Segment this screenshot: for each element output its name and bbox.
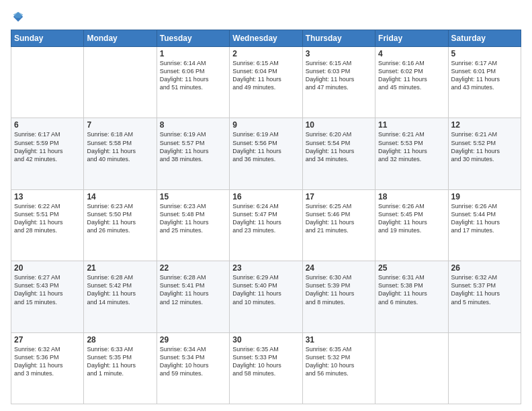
day-info: Sunrise: 6:21 AM Sunset: 5:53 PM Dayligh…	[378, 130, 445, 163]
calendar-cell: 30Sunrise: 6:35 AM Sunset: 5:33 PM Dayli…	[230, 332, 302, 404]
calendar-cell: 22Sunrise: 6:28 AM Sunset: 5:41 PM Dayli…	[157, 261, 229, 332]
day-number: 5	[451, 49, 518, 58]
day-info: Sunrise: 6:19 AM Sunset: 5:56 PM Dayligh…	[232, 130, 299, 163]
day-info: Sunrise: 6:31 AM Sunset: 5:38 PM Dayligh…	[378, 273, 445, 306]
day-number: 19	[451, 192, 518, 201]
calendar-cell: 5Sunrise: 6:17 AM Sunset: 6:01 PM Daylig…	[448, 47, 521, 118]
calendar-cell: 4Sunrise: 6:16 AM Sunset: 6:02 PM Daylig…	[375, 47, 448, 118]
weekday-header: Wednesday	[230, 30, 302, 47]
header	[11, 11, 521, 23]
day-info: Sunrise: 6:19 AM Sunset: 5:57 PM Dayligh…	[160, 130, 226, 163]
calendar-week-row: 27Sunrise: 6:32 AM Sunset: 5:36 PM Dayli…	[11, 332, 521, 404]
day-info: Sunrise: 6:35 AM Sunset: 5:32 PM Dayligh…	[306, 345, 372, 378]
calendar-cell: 6Sunrise: 6:17 AM Sunset: 5:59 PM Daylig…	[11, 118, 84, 189]
day-info: Sunrise: 6:14 AM Sunset: 6:06 PM Dayligh…	[160, 59, 226, 92]
day-number: 14	[87, 192, 153, 201]
calendar-cell: 10Sunrise: 6:20 AM Sunset: 5:54 PM Dayli…	[302, 118, 375, 189]
day-info: Sunrise: 6:16 AM Sunset: 6:02 PM Dayligh…	[378, 59, 445, 92]
day-number: 10	[306, 120, 372, 130]
calendar-cell: 23Sunrise: 6:29 AM Sunset: 5:40 PM Dayli…	[230, 261, 302, 332]
day-info: Sunrise: 6:27 AM Sunset: 5:43 PM Dayligh…	[14, 273, 81, 306]
calendar-cell: 7Sunrise: 6:18 AM Sunset: 5:58 PM Daylig…	[84, 118, 157, 189]
day-number: 2	[232, 49, 299, 58]
calendar-cell: 2Sunrise: 6:15 AM Sunset: 6:04 PM Daylig…	[230, 47, 302, 118]
calendar-week-row: 6Sunrise: 6:17 AM Sunset: 5:59 PM Daylig…	[11, 118, 521, 189]
day-number: 16	[232, 192, 299, 201]
weekday-header: Thursday	[302, 30, 375, 47]
calendar-cell: 20Sunrise: 6:27 AM Sunset: 5:43 PM Dayli…	[11, 261, 84, 332]
day-info: Sunrise: 6:20 AM Sunset: 5:54 PM Dayligh…	[306, 130, 372, 163]
day-info: Sunrise: 6:24 AM Sunset: 5:47 PM Dayligh…	[232, 202, 299, 235]
calendar-cell: 26Sunrise: 6:32 AM Sunset: 5:37 PM Dayli…	[448, 261, 521, 332]
calendar-cell: 8Sunrise: 6:19 AM Sunset: 5:57 PM Daylig…	[157, 118, 229, 189]
day-info: Sunrise: 6:35 AM Sunset: 5:33 PM Dayligh…	[232, 345, 299, 378]
calendar-cell: 29Sunrise: 6:34 AM Sunset: 5:34 PM Dayli…	[157, 332, 229, 404]
weekday-header: Monday	[84, 30, 157, 47]
day-info: Sunrise: 6:15 AM Sunset: 6:04 PM Dayligh…	[232, 59, 299, 92]
day-number: 12	[451, 120, 518, 130]
day-info: Sunrise: 6:18 AM Sunset: 5:58 PM Dayligh…	[87, 130, 153, 163]
calendar-week-row: 1Sunrise: 6:14 AM Sunset: 6:06 PM Daylig…	[11, 47, 521, 118]
calendar-cell: 16Sunrise: 6:24 AM Sunset: 5:47 PM Dayli…	[230, 189, 302, 261]
day-info: Sunrise: 6:30 AM Sunset: 5:39 PM Dayligh…	[306, 273, 372, 306]
calendar-header-row: SundayMondayTuesdayWednesdayThursdayFrid…	[11, 30, 521, 47]
day-info: Sunrise: 6:33 AM Sunset: 5:35 PM Dayligh…	[87, 345, 153, 378]
calendar-cell: 15Sunrise: 6:23 AM Sunset: 5:48 PM Dayli…	[157, 189, 229, 261]
day-number: 28	[87, 335, 153, 345]
page: SundayMondayTuesdayWednesdayThursdayFrid…	[0, 0, 532, 411]
day-number: 9	[232, 120, 299, 130]
day-info: Sunrise: 6:17 AM Sunset: 6:01 PM Dayligh…	[451, 59, 518, 92]
day-number: 20	[14, 263, 81, 273]
day-info: Sunrise: 6:26 AM Sunset: 5:44 PM Dayligh…	[451, 202, 518, 235]
weekday-header: Saturday	[448, 30, 521, 47]
day-info: Sunrise: 6:17 AM Sunset: 5:59 PM Dayligh…	[14, 130, 81, 163]
weekday-header: Sunday	[11, 30, 84, 47]
day-info: Sunrise: 6:32 AM Sunset: 5:37 PM Dayligh…	[451, 273, 518, 306]
weekday-header: Tuesday	[157, 30, 229, 47]
day-number: 4	[378, 49, 445, 58]
calendar-cell	[448, 332, 521, 404]
day-info: Sunrise: 6:15 AM Sunset: 6:03 PM Dayligh…	[306, 59, 372, 92]
day-number: 3	[306, 49, 372, 58]
day-info: Sunrise: 6:28 AM Sunset: 5:41 PM Dayligh…	[160, 273, 226, 306]
day-number: 21	[87, 263, 153, 273]
day-number: 6	[14, 120, 81, 130]
calendar-cell: 3Sunrise: 6:15 AM Sunset: 6:03 PM Daylig…	[302, 47, 375, 118]
day-info: Sunrise: 6:21 AM Sunset: 5:52 PM Dayligh…	[451, 130, 518, 163]
calendar-cell: 25Sunrise: 6:31 AM Sunset: 5:38 PM Dayli…	[375, 261, 448, 332]
day-number: 23	[232, 263, 299, 273]
day-number: 25	[378, 263, 445, 273]
weekday-header: Friday	[375, 30, 448, 47]
calendar-cell: 17Sunrise: 6:25 AM Sunset: 5:46 PM Dayli…	[302, 189, 375, 261]
day-number: 31	[306, 335, 372, 345]
logo	[11, 11, 24, 23]
day-number: 24	[306, 263, 372, 273]
calendar-week-row: 20Sunrise: 6:27 AM Sunset: 5:43 PM Dayli…	[11, 261, 521, 332]
calendar-cell: 28Sunrise: 6:33 AM Sunset: 5:35 PM Dayli…	[84, 332, 157, 404]
day-info: Sunrise: 6:23 AM Sunset: 5:50 PM Dayligh…	[87, 202, 153, 235]
calendar-cell	[11, 47, 84, 118]
calendar-cell: 11Sunrise: 6:21 AM Sunset: 5:53 PM Dayli…	[375, 118, 448, 189]
day-number: 7	[87, 120, 153, 130]
day-number: 8	[160, 120, 226, 130]
day-number: 22	[160, 263, 226, 273]
calendar-cell: 13Sunrise: 6:22 AM Sunset: 5:51 PM Dayli…	[11, 189, 84, 261]
day-number: 29	[160, 335, 226, 345]
day-number: 18	[378, 192, 445, 201]
day-info: Sunrise: 6:28 AM Sunset: 5:42 PM Dayligh…	[87, 273, 153, 306]
day-info: Sunrise: 6:25 AM Sunset: 5:46 PM Dayligh…	[306, 202, 372, 235]
calendar-cell: 24Sunrise: 6:30 AM Sunset: 5:39 PM Dayli…	[302, 261, 375, 332]
day-info: Sunrise: 6:32 AM Sunset: 5:36 PM Dayligh…	[14, 345, 81, 378]
day-number: 13	[14, 192, 81, 201]
calendar-cell: 12Sunrise: 6:21 AM Sunset: 5:52 PM Dayli…	[448, 118, 521, 189]
day-number: 11	[378, 120, 445, 130]
calendar-cell: 21Sunrise: 6:28 AM Sunset: 5:42 PM Dayli…	[84, 261, 157, 332]
calendar-cell: 27Sunrise: 6:32 AM Sunset: 5:36 PM Dayli…	[11, 332, 84, 404]
day-number: 26	[451, 263, 518, 273]
day-number: 30	[232, 335, 299, 345]
calendar-cell: 14Sunrise: 6:23 AM Sunset: 5:50 PM Dayli…	[84, 189, 157, 261]
calendar-cell: 9Sunrise: 6:19 AM Sunset: 5:56 PM Daylig…	[230, 118, 302, 189]
calendar-cell: 19Sunrise: 6:26 AM Sunset: 5:44 PM Dayli…	[448, 189, 521, 261]
calendar-cell: 31Sunrise: 6:35 AM Sunset: 5:32 PM Dayli…	[302, 332, 375, 404]
calendar-cell: 1Sunrise: 6:14 AM Sunset: 6:06 PM Daylig…	[157, 47, 229, 118]
